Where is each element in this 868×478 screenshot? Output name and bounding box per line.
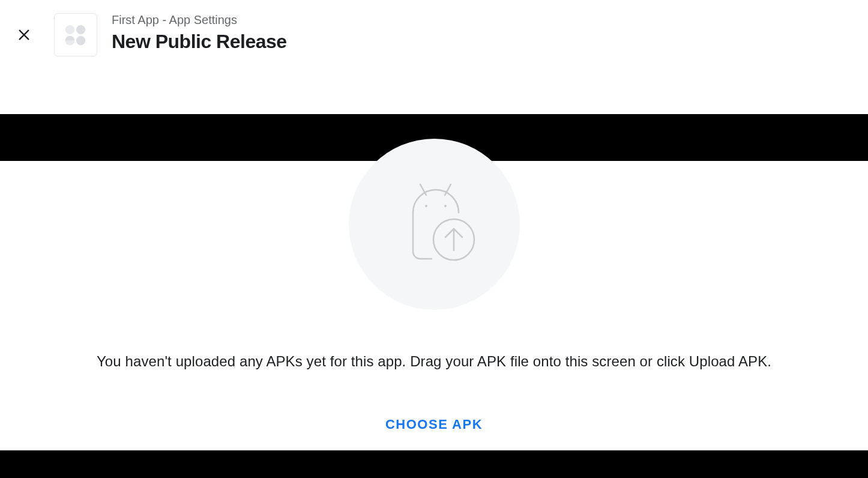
svg-point-5 [76,36,85,45]
svg-point-9 [444,205,447,207]
upload-illustration [349,139,520,310]
close-icon [17,28,31,41]
breadcrumb: First App - App Settings [112,13,287,27]
app-icon [54,13,97,56]
main-content[interactable]: You haven't uploaded any APKs yet for th… [0,161,868,450]
divider-bar-bottom [0,450,868,478]
android-upload-icon [389,180,479,270]
empty-state-message: You haven't uploaded any APKs yet for th… [97,353,771,370]
header-text: First App - App Settings New Public Rele… [112,13,287,53]
page-title: New Public Release [112,31,287,53]
svg-point-1 [76,25,85,34]
header: First App - App Settings New Public Rele… [0,0,868,114]
svg-point-0 [65,25,74,34]
choose-apk-button[interactable]: CHOOSE APK [385,417,483,432]
svg-point-8 [425,205,427,207]
close-button[interactable] [12,23,36,47]
app-placeholder-icon [63,22,88,47]
